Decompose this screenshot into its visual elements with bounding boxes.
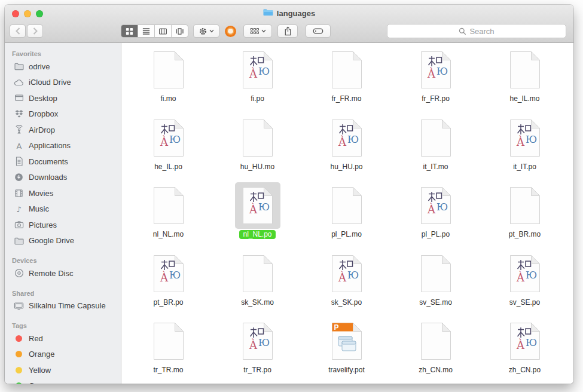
translation-file-icon: ÀЮ: [235, 318, 280, 365]
svg-text:Ю: Ю: [526, 337, 537, 348]
translation-file-icon: ÀЮ: [235, 182, 280, 229]
sidebar-item-orange[interactable]: Orange: [5, 347, 121, 363]
folder-icon: [14, 62, 24, 72]
file-item-pt-br-po[interactable]: ÀЮpt_BR.po: [124, 248, 213, 316]
sidebar-item-label: Movies: [29, 189, 53, 198]
file-item-fi-mo[interactable]: fi.mo: [124, 44, 213, 112]
file-item-it-it-po[interactable]: ÀЮit_IT.po: [480, 112, 569, 180]
translation-file-icon: ÀЮ: [146, 250, 191, 297]
sidebar-item-documents[interactable]: Documents: [5, 154, 121, 170]
sidebar-item-silkalnu-time-capsule[interactable]: Silkalnu Time Capsule: [5, 298, 121, 314]
icon-view-button[interactable]: [121, 25, 138, 37]
sidebar-item-dropbox[interactable]: Dropbox: [5, 106, 121, 122]
sidebar-item-movies[interactable]: Movies: [5, 185, 121, 201]
file-item-nl-nl-mo[interactable]: nl_NL.mo: [124, 180, 213, 248]
file-item-pt-br-mo[interactable]: pt_BR.mo: [480, 180, 569, 248]
file-label: fr_FR.po: [418, 94, 453, 103]
file-label: sk_SK.po: [328, 298, 365, 307]
sidebar-item-remote-disc[interactable]: Remote Disc: [5, 265, 121, 281]
sidebar-item-label: Remote Disc: [29, 269, 73, 278]
file-label: pl_PL.mo: [328, 230, 365, 239]
file-item-fr-fr-mo[interactable]: fr_FR.mo: [302, 44, 391, 112]
file-item-sv-se-po[interactable]: ÀЮsv_SE.po: [480, 248, 569, 316]
svg-text:Ю: Ю: [437, 66, 448, 77]
window-body: FavoritesodriveiCloud DriveDesktopDropbo…: [5, 43, 573, 384]
back-button[interactable]: [10, 24, 26, 38]
column-view-icon: [158, 27, 167, 36]
sidebar-item-desktop[interactable]: Desktop: [5, 90, 121, 106]
file-item-hu-hu-po[interactable]: ÀЮhu_HU.po: [302, 112, 391, 180]
file-item-hu-hu-mo[interactable]: hu_HU.mo: [213, 112, 302, 180]
translation-file-icon: ÀЮ: [235, 47, 280, 93]
translation-file-icon: ÀЮ: [502, 115, 548, 161]
svg-text:Ю: Ю: [169, 270, 181, 281]
sidebar-item-airdrop[interactable]: AirDrop: [5, 122, 121, 138]
file-label: tr_TR.mo: [149, 366, 187, 375]
translation-file-icon: ÀЮ: [502, 250, 548, 297]
svg-text:Ю: Ю: [169, 134, 181, 145]
svg-text:À: À: [427, 67, 436, 80]
file-item-sv-se-mo[interactable]: sv_SE.mo: [391, 248, 480, 316]
sidebar-item-red[interactable]: Red: [5, 330, 121, 347]
tag-dot: [14, 381, 24, 384]
file-label: hu_HU.po: [326, 163, 366, 172]
svg-text:Ю: Ю: [258, 66, 270, 77]
file-item-sk-sk-po[interactable]: ÀЮsk_SK.po: [302, 248, 391, 316]
file-item-zh-cn-mo[interactable]: zh_CN.mo: [391, 316, 480, 384]
column-view-button[interactable]: [155, 25, 172, 37]
list-view-button[interactable]: [138, 25, 155, 37]
sidebar-item-pictures[interactable]: Pictures: [5, 217, 121, 233]
sidebar-item-applications[interactable]: AApplications: [5, 138, 121, 154]
odrive-extension-button[interactable]: [224, 24, 237, 38]
tag-button[interactable]: [306, 24, 331, 38]
file-item-it-it-mo[interactable]: it_IT.mo: [391, 112, 480, 180]
svg-text:À: À: [516, 135, 525, 148]
translation-file-icon: ÀЮ: [324, 250, 370, 297]
svg-text:P: P: [334, 323, 338, 332]
file-item-tr-tr-mo[interactable]: tr_TR.mo: [124, 316, 213, 384]
coverflow-view-button[interactable]: [172, 25, 188, 37]
file-item-pl-pl-po[interactable]: ÀЮpl_PL.po: [391, 180, 480, 248]
sidebar-item-odrive[interactable]: odrive: [5, 59, 121, 75]
file-label: travelify.pot: [325, 366, 368, 375]
sidebar-item-icloud-drive[interactable]: iCloud Drive: [5, 75, 121, 91]
file-item-he-il-mo[interactable]: he_IL.mo: [480, 44, 569, 112]
sidebar-item-google-drive[interactable]: Google Drive: [5, 233, 121, 249]
svg-text:Ю: Ю: [347, 134, 359, 145]
file-item-tr-tr-po[interactable]: ÀЮtr_TR.po: [213, 316, 302, 384]
sidebar-item-label: Desktop: [29, 94, 57, 103]
file-item-sk-sk-mo[interactable]: sk_SK.mo: [213, 248, 302, 316]
file-item-fi-po[interactable]: ÀЮfi.po: [213, 44, 302, 112]
file-item-zh-cn-po[interactable]: ÀЮzh_CN.po: [480, 316, 569, 384]
sidebar-item-downloads[interactable]: Downloads: [5, 170, 121, 186]
compiled-file-icon: [502, 182, 548, 229]
sidebar-item-yellow[interactable]: Yellow: [5, 362, 121, 378]
action-menu-button[interactable]: [193, 24, 219, 38]
sidebar-item-label: iCloud Drive: [29, 78, 71, 87]
file-area[interactable]: fi.moÀЮfi.pofr_FR.moÀЮfr_FR.pohe_IL.moÀЮ…: [121, 43, 573, 384]
sidebar-item-label: Google Drive: [29, 236, 74, 245]
arrange-button[interactable]: [243, 24, 272, 38]
chevron-down-icon: [209, 29, 214, 33]
sidebar-header-shared: Shared: [5, 289, 121, 298]
sidebar-item-label: Music: [29, 204, 49, 213]
applications-icon: A: [14, 140, 24, 151]
sidebar-item-green[interactable]: Green: [5, 378, 121, 384]
file-label: fr_FR.mo: [328, 94, 365, 103]
svg-text:Ю: Ю: [437, 201, 448, 213]
file-item-pl-pl-mo[interactable]: pl_PL.mo: [302, 180, 391, 248]
file-item-travelify-pot[interactable]: Ptravelify.pot: [302, 316, 391, 384]
sidebar-item-music[interactable]: ♪Music: [5, 201, 121, 218]
file-item-he-il-po[interactable]: ÀЮhe_IL.po: [124, 112, 213, 180]
translation-file-icon: ÀЮ: [324, 115, 370, 161]
share-button[interactable]: [277, 24, 298, 38]
translation-file-icon: ÀЮ: [502, 318, 548, 365]
search-input[interactable]: Search: [387, 24, 566, 38]
svg-text:Ю: Ю: [526, 270, 537, 281]
compiled-file-icon: [146, 182, 191, 229]
forward-button[interactable]: [27, 24, 43, 38]
svg-text:À: À: [427, 203, 436, 216]
file-item-fr-fr-po[interactable]: ÀЮfr_FR.po: [391, 44, 480, 112]
pictures-icon: [14, 220, 24, 230]
file-item-nl-nl-po[interactable]: ÀЮnl_NL.po: [213, 180, 302, 248]
